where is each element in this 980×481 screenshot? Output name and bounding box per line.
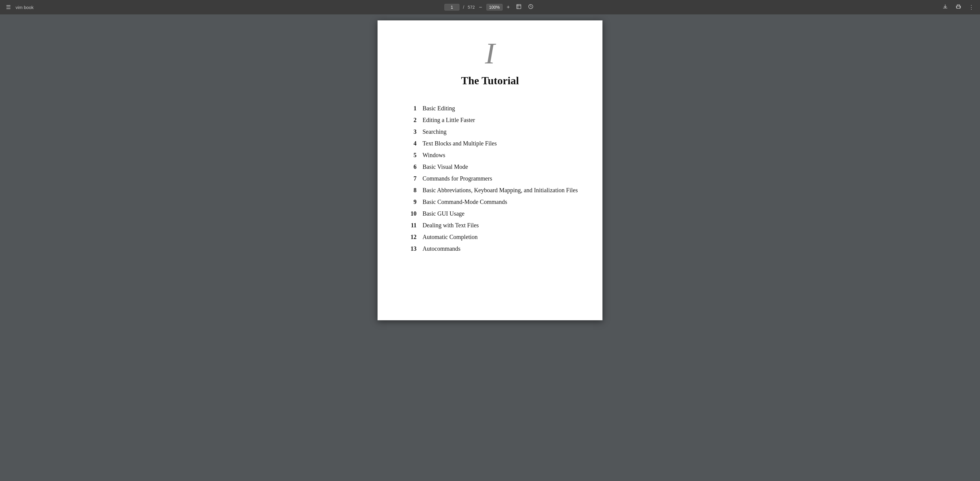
- toc-number: 6: [401, 163, 417, 170]
- toc-number: 4: [401, 140, 417, 147]
- toc-chapter: Basic Visual Mode: [423, 163, 468, 170]
- toc-item: 8Basic Abbreviations, Keyboard Mapping, …: [401, 187, 579, 194]
- toc-chapter: Automatic Completion: [423, 234, 478, 240]
- toolbar-left: ☰ vim book: [5, 3, 33, 12]
- print-icon: [955, 5, 961, 11]
- main-area: I The Tutorial 1Basic Editing2Editing a …: [0, 14, 980, 481]
- toc-number: 8: [401, 187, 417, 194]
- menu-button[interactable]: ☰: [5, 3, 12, 12]
- zoom-out-icon: −: [479, 4, 482, 11]
- toc-item: 9Basic Command-Mode Commands: [401, 199, 579, 205]
- toc-number: 7: [401, 175, 417, 182]
- toc-number: 12: [401, 234, 417, 240]
- toc-list: 1Basic Editing2Editing a Little Faster3S…: [401, 105, 579, 252]
- part-title: The Tutorial: [401, 74, 579, 87]
- toc-chapter: Text Blocks and Multiple Files: [423, 140, 496, 147]
- zoom-out-button[interactable]: −: [477, 3, 484, 12]
- toc-item: 5Windows: [401, 152, 579, 159]
- page-input-wrap: [444, 4, 460, 11]
- part-numeral: I: [401, 38, 579, 68]
- page-input[interactable]: [447, 5, 457, 10]
- pdf-page: I The Tutorial 1Basic Editing2Editing a …: [377, 21, 603, 320]
- toc-item: 1Basic Editing: [401, 105, 579, 112]
- toc-item: 4Text Blocks and Multiple Files: [401, 140, 579, 147]
- page-total: 572: [468, 5, 475, 10]
- toc-item: 11Dealing with Text Files: [401, 222, 579, 229]
- toc-chapter: Windows: [423, 152, 445, 159]
- toc-item: 2Editing a Little Faster: [401, 117, 579, 124]
- svg-point-3: [960, 6, 960, 7]
- download-button[interactable]: [941, 2, 950, 12]
- toolbar-right: ⋮: [941, 2, 975, 12]
- toc-number: 1: [401, 105, 417, 112]
- toc-item: 13Autocommands: [401, 245, 579, 252]
- svg-rect-2: [957, 6, 960, 8]
- toc-chapter: Dealing with Text Files: [423, 222, 479, 229]
- toc-chapter: Basic Abbreviations, Keyboard Mapping, a…: [423, 187, 578, 194]
- toc-chapter: Commands for Programmers: [423, 175, 492, 182]
- toc-chapter: Basic GUI Usage: [423, 210, 465, 217]
- toc-number: 5: [401, 152, 417, 159]
- toc-item: 3Searching: [401, 128, 579, 135]
- zoom-level: 100%: [487, 4, 503, 11]
- toc-item: 7Commands for Programmers: [401, 175, 579, 182]
- hamburger-icon: ☰: [6, 4, 11, 10]
- more-options-icon: ⋮: [969, 4, 974, 10]
- toc-number: 9: [401, 199, 417, 205]
- toc-number: 10: [401, 210, 417, 217]
- toc-number: 2: [401, 117, 417, 124]
- toc-number: 11: [401, 222, 417, 229]
- app-title: vim book: [16, 5, 33, 10]
- fit-page-button[interactable]: [514, 2, 523, 12]
- toc-chapter: Basic Editing: [423, 105, 455, 112]
- page-separator: /: [463, 5, 464, 10]
- toc-item: 12Automatic Completion: [401, 234, 579, 240]
- more-options-button[interactable]: ⋮: [967, 3, 975, 12]
- toc-number: 13: [401, 245, 417, 252]
- zoom-in-icon: +: [507, 4, 510, 11]
- zoom-in-button[interactable]: +: [505, 3, 512, 12]
- toc-number: 3: [401, 128, 417, 135]
- toolbar-center: / 572 − 100% +: [444, 2, 536, 12]
- toc-item: 10Basic GUI Usage: [401, 210, 579, 217]
- toc-chapter: Editing a Little Faster: [423, 117, 475, 124]
- toc-chapter: Autocommands: [423, 245, 461, 252]
- toc-chapter: Basic Command-Mode Commands: [423, 199, 507, 205]
- toc-item: 6Basic Visual Mode: [401, 163, 579, 170]
- fit-page-icon: [516, 3, 522, 11]
- print-button[interactable]: [954, 2, 963, 12]
- toc-chapter: Searching: [423, 128, 447, 135]
- viewer-area[interactable]: I The Tutorial 1Basic Editing2Editing a …: [0, 14, 980, 481]
- toolbar: ☰ vim book / 572 − 100% +: [0, 0, 980, 14]
- history-icon: [528, 3, 534, 11]
- history-button[interactable]: [526, 2, 536, 12]
- download-icon: [942, 5, 948, 11]
- svg-rect-0: [517, 5, 521, 9]
